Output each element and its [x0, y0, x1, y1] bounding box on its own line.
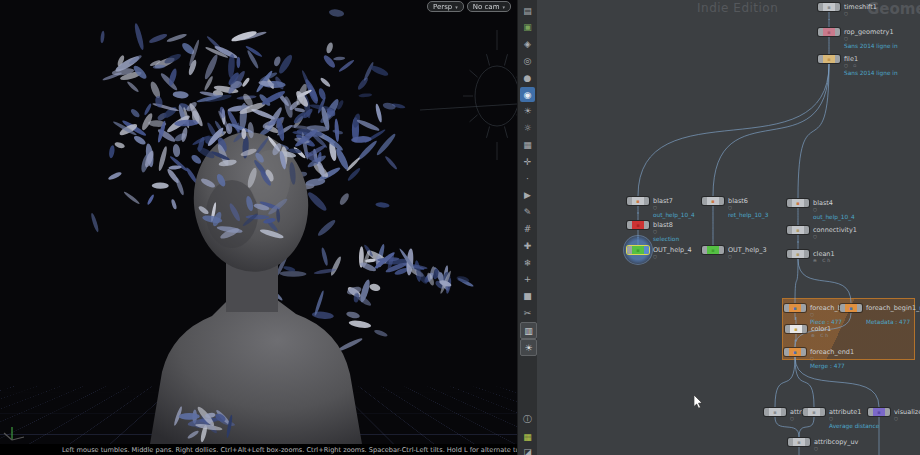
graph-node-foreach_end1[interactable]: ▪ [784, 348, 806, 356]
node-label[interactable]: visualize2 [894, 408, 920, 416]
graph-node-visualize2[interactable]: ▪ [868, 408, 890, 416]
bust-foliage-render [0, 0, 517, 444]
handles-icon[interactable]: ✛ [520, 154, 535, 169]
node-descriptive-text: ret_help_10_3 [728, 212, 768, 218]
graph-node-foreach_begin1[interactable]: ▪ [784, 304, 806, 312]
node-label[interactable]: clean1 [813, 250, 835, 258]
node-flags[interactable]: ○ [844, 36, 850, 41]
node-flags[interactable]: ⊕ Ch [811, 333, 830, 338]
snap-grid-icon[interactable]: # [520, 221, 535, 236]
node-descriptive-text: selection [653, 236, 679, 242]
node-flags[interactable]: ○ [728, 205, 734, 210]
node-flags[interactable]: ○ [790, 416, 796, 421]
mouse-cursor [694, 395, 706, 411]
select-arrow-icon[interactable]: ▶ [520, 188, 535, 203]
graph-node-blast4[interactable]: ▪ [787, 199, 809, 207]
pin-icon[interactable]: ◎ [520, 53, 535, 68]
image-star-icon[interactable]: ▦ [520, 137, 535, 152]
node-flags[interactable]: ○ [653, 205, 659, 210]
layout-grid-icon[interactable]: ▦ [520, 429, 535, 444]
node-flags[interactable]: ○ [810, 356, 816, 361]
node-label[interactable]: blast4 [813, 199, 833, 207]
corner-icon[interactable]: ◪ [520, 444, 535, 455]
shaded-sphere-icon[interactable]: ● [520, 70, 535, 85]
point-icon[interactable]: · [520, 171, 535, 186]
headlight-icon[interactable]: ☀ [520, 104, 535, 119]
node-label[interactable]: OUT_help_4 [653, 246, 692, 254]
graph-node-OUT_help_4[interactable]: ▪ [627, 246, 649, 254]
graph-node-blast8[interactable]: ▪ [627, 221, 649, 229]
node-label[interactable]: attribcopy_uv [814, 438, 858, 446]
lock-icon[interactable]: ◈ [520, 37, 535, 52]
node-label[interactable]: blast8 [653, 221, 673, 229]
network-editor[interactable]: Indie Edition Geometry ▪timeshift1○▪rop_… [537, 0, 920, 455]
snowflake-icon[interactable]: ❄ [520, 255, 535, 270]
pen-icon[interactable]: ✎ [520, 205, 535, 220]
graph-node-timeshift1[interactable]: ▪ [818, 3, 840, 11]
crosshair-icon[interactable]: + [520, 272, 535, 287]
node-label[interactable]: foreach_begin1_metadata1 [866, 304, 920, 312]
graph-node-attribute1[interactable]: ▪ [803, 408, 825, 416]
node-label[interactable]: attribute1 [829, 408, 862, 416]
character-light-icon[interactable]: ☼ [520, 121, 535, 136]
node-label[interactable]: blast7 [653, 197, 673, 205]
node-flags[interactable]: ○ [813, 234, 819, 239]
node-flags[interactable]: ○ [813, 207, 819, 212]
perspective-view-button[interactable]: Persp ▾ [427, 1, 464, 12]
node-label[interactable]: foreach_end1 [810, 348, 854, 356]
mouse-help-text: Left mouse tumbles. Middle pans. Right d… [62, 446, 517, 454]
node-flags[interactable]: ○ ▫ [844, 63, 858, 68]
node-flags[interactable]: ○ [653, 229, 659, 234]
node-label[interactable]: blast6 [728, 197, 748, 205]
graph-node-OUT_help_3[interactable]: ▪ [702, 246, 724, 254]
houdini-window: Persp ▾ No cam ▾ Left mouse tumbles. Mid… [0, 0, 920, 455]
node-flags[interactable]: ○ [829, 416, 835, 421]
perspective-view-label: Persp [433, 3, 452, 11]
camera-select-label: No cam [473, 3, 500, 11]
stop-icon[interactable]: ■ [520, 289, 535, 304]
node-wires [537, 0, 920, 455]
snap-multi-icon[interactable]: ✚ [520, 238, 535, 253]
graph-node-rop_geometry1[interactable]: ▪ [818, 28, 840, 36]
node-descriptive-text: Merge : 477 [810, 363, 845, 369]
graph-node-clean1[interactable]: ▪ [787, 250, 809, 258]
node-flags[interactable]: ○ [810, 312, 816, 317]
node-descriptive-text: out_help_10_4 [653, 212, 695, 218]
graph-node-blast6[interactable]: ▪ [702, 197, 724, 205]
image-plane-icon[interactable]: ▥ [520, 322, 537, 339]
graph-node-file1[interactable]: ▪ [818, 55, 840, 63]
scissors-icon[interactable]: ✂ [520, 305, 535, 320]
node-flags[interactable]: ○ [894, 416, 900, 421]
chevron-down-icon: ▾ [502, 3, 505, 11]
render-bulb-icon[interactable]: ☀ [520, 339, 537, 356]
node-label[interactable]: color1 [811, 325, 831, 333]
lit-sphere-icon[interactable]: ◉ [520, 87, 535, 102]
node-flags[interactable]: ○ [653, 254, 659, 259]
node-label[interactable]: rop_geometry1 [844, 28, 894, 36]
node-descriptive-text: out_help_10_4 [813, 214, 855, 220]
node-label[interactable]: connectivity1 [813, 226, 857, 234]
node-flags[interactable]: ○ [728, 254, 734, 259]
node-descriptive-text: Sans 2014 ligne in [844, 43, 898, 49]
node-label[interactable]: timeshift1 [844, 3, 877, 11]
node-descriptive-text: Sans 2014 ligne in [844, 70, 898, 76]
camera-select-button[interactable]: No cam ▾ [467, 1, 511, 12]
node-label[interactable]: OUT_help_3 [728, 246, 767, 254]
scene-viewport[interactable]: Persp ▾ No cam ▾ Left mouse tumbles. Mid… [0, 0, 517, 455]
chevron-down-icon: ▾ [455, 3, 458, 11]
graph-node-connectivity1[interactable]: ▪ [787, 226, 809, 234]
graph-node-foreach_begin1_metadata1[interactable]: ▪ [840, 304, 862, 312]
graph-node-attribvop1[interactable]: ▪ [764, 408, 786, 416]
snapshot-icon[interactable]: ▣ [520, 20, 535, 35]
graph-node-blast7[interactable]: ▪ [627, 197, 649, 205]
node-flags[interactable]: ○ [844, 11, 850, 16]
graph-node-color1[interactable]: ▪ [785, 325, 807, 333]
info-icon[interactable]: ⓘ [520, 412, 535, 427]
node-descriptive-text: Average distance [829, 423, 879, 429]
graph-node-attribcopy_uv[interactable]: ▪ [788, 438, 810, 446]
node-flags[interactable]: ○ [814, 446, 820, 451]
node-descriptive-text: Metadata : 477 [866, 319, 910, 325]
node-label[interactable]: file1 [844, 55, 858, 63]
viewport-layout-icon[interactable]: ▤ [520, 3, 535, 18]
node-flags[interactable]: ⊜ Ch [813, 258, 832, 263]
